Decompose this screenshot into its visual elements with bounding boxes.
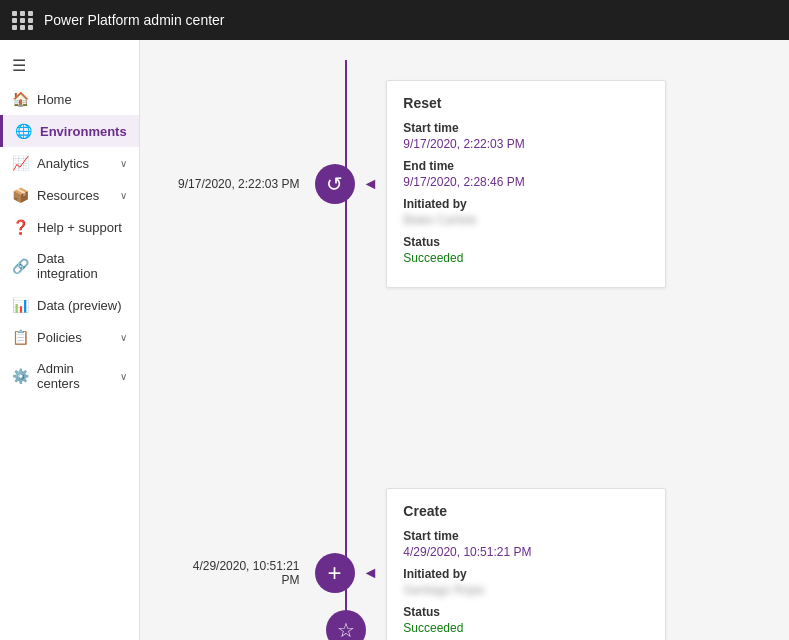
sidebar-label-analytics: Analytics: [37, 156, 89, 171]
policies-chevron-icon: ∨: [120, 332, 127, 343]
timeline-end: ☆: [326, 610, 366, 640]
create-initiated-by-value: Santiago Rojas: [403, 583, 649, 597]
reset-card: Reset Start time 9/17/2020, 2:22:03 PM E…: [386, 80, 666, 288]
reset-end-time-value: 9/17/2020, 2:28:46 PM: [403, 175, 649, 189]
timeline-end-icon: ☆: [326, 610, 366, 640]
create-status-value: Succeeded: [403, 621, 649, 635]
sidebar-label-data-integration: Data integration: [37, 251, 127, 281]
reset-initiated-by-field: Initiated by Blake Carlisle: [403, 197, 649, 227]
admin-centers-icon: ⚙️: [12, 368, 29, 384]
app-title: Power Platform admin center: [44, 12, 225, 28]
policies-icon: 📋: [12, 329, 29, 345]
reset-end-time-label: End time: [403, 159, 649, 173]
reset-card-title: Reset: [403, 95, 649, 111]
data-preview-icon: 📊: [12, 297, 29, 313]
reset-timestamp: 9/17/2020, 2:22:03 PM: [175, 177, 315, 191]
sidebar-label-environments: Environments: [40, 124, 127, 139]
reset-end-time-field: End time 9/17/2020, 2:28:46 PM: [403, 159, 649, 189]
admin-centers-chevron-icon: ∨: [120, 371, 127, 382]
sidebar: ☰ 🏠 Home 🌐 Environments 📈 Analytics ∨ 📦 …: [0, 40, 140, 640]
create-status-label: Status: [403, 605, 649, 619]
create-timestamp: 4/29/2020, 10:51:21 PM: [175, 559, 315, 587]
environments-icon: 🌐: [15, 123, 32, 139]
create-initiated-by-label: Initiated by: [403, 567, 649, 581]
resources-chevron-icon: ∨: [120, 190, 127, 201]
sidebar-item-data-integration[interactable]: 🔗 Data integration: [0, 243, 139, 289]
create-start-time-label: Start time: [403, 529, 649, 543]
analytics-chevron-icon: ∨: [120, 158, 127, 169]
sidebar-item-admin-centers[interactable]: ⚙️ Admin centers ∨: [0, 353, 139, 399]
reset-icon: ↺: [315, 164, 355, 204]
sidebar-label-data-preview: Data (preview): [37, 298, 122, 313]
data-integration-icon: 🔗: [12, 258, 29, 274]
sidebar-item-help[interactable]: ❓ Help + support: [0, 211, 139, 243]
create-start-time-field: Start time 4/29/2020, 10:51:21 PM: [403, 529, 649, 559]
timeline-event-reset: 9/17/2020, 2:22:03 PM ↺ ◄ Reset Start ti…: [175, 80, 755, 288]
help-icon: ❓: [12, 219, 29, 235]
create-icon: +: [315, 553, 355, 593]
reset-start-time-label: Start time: [403, 121, 649, 135]
sidebar-hamburger[interactable]: ☰: [0, 48, 139, 83]
sidebar-label-policies: Policies: [37, 330, 82, 345]
reset-status-field: Status Succeeded: [403, 235, 649, 265]
timeline: 9/17/2020, 2:22:03 PM ↺ ◄ Reset Start ti…: [175, 60, 755, 640]
sidebar-label-resources: Resources: [37, 188, 99, 203]
sidebar-item-analytics[interactable]: 📈 Analytics ∨: [0, 147, 139, 179]
main-content: 9/17/2020, 2:22:03 PM ↺ ◄ Reset Start ti…: [140, 40, 789, 640]
create-icon-wrapper: +: [315, 553, 355, 593]
sidebar-label-admin-centers: Admin centers: [37, 361, 112, 391]
sidebar-item-data-preview[interactable]: 📊 Data (preview): [0, 289, 139, 321]
create-card-title: Create: [403, 503, 649, 519]
reset-start-time-field: Start time 9/17/2020, 2:22:03 PM: [403, 121, 649, 151]
sidebar-label-help: Help + support: [37, 220, 122, 235]
sidebar-item-policies[interactable]: 📋 Policies ∨: [0, 321, 139, 353]
reset-arrow-icon: ◄: [363, 175, 379, 193]
sidebar-item-home[interactable]: 🏠 Home: [0, 83, 139, 115]
timeline-event-create: 4/29/2020, 10:51:21 PM + ◄ Create Start …: [175, 488, 755, 640]
create-arrow-icon: ◄: [363, 564, 379, 582]
app-grid-icon[interactable]: [12, 11, 34, 30]
create-initiated-by-field: Initiated by Santiago Rojas: [403, 567, 649, 597]
reset-status-label: Status: [403, 235, 649, 249]
reset-status-value: Succeeded: [403, 251, 649, 265]
create-card: Create Start time 4/29/2020, 10:51:21 PM…: [386, 488, 666, 640]
reset-initiated-by-value: Blake Carlisle: [403, 213, 649, 227]
app-body: ☰ 🏠 Home 🌐 Environments 📈 Analytics ∨ 📦 …: [0, 40, 789, 640]
sidebar-label-home: Home: [37, 92, 72, 107]
create-status-field: Status Succeeded: [403, 605, 649, 635]
analytics-icon: 📈: [12, 155, 29, 171]
topbar: Power Platform admin center: [0, 0, 789, 40]
sidebar-item-resources[interactable]: 📦 Resources ∨: [0, 179, 139, 211]
resources-icon: 📦: [12, 187, 29, 203]
reset-start-time-value: 9/17/2020, 2:22:03 PM: [403, 137, 649, 151]
sidebar-item-environments[interactable]: 🌐 Environments: [0, 115, 139, 147]
reset-icon-wrapper: ↺: [315, 164, 355, 204]
create-start-time-value: 4/29/2020, 10:51:21 PM: [403, 545, 649, 559]
home-icon: 🏠: [12, 91, 29, 107]
reset-initiated-by-label: Initiated by: [403, 197, 649, 211]
